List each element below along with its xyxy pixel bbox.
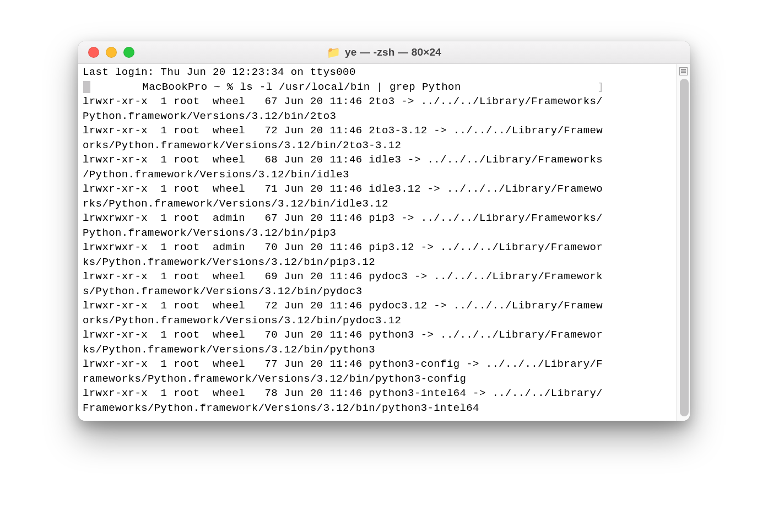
terminal-line: lrwxr-xr-x 1 root wheel 69 Jun 20 11:46 … — [78, 269, 676, 284]
terminal-line: s/Python.framework/Versions/3.12/bin/pyd… — [78, 284, 676, 299]
terminal-line: lrwxr-xr-x 1 root wheel 67 Jun 20 11:46 … — [78, 94, 676, 109]
terminal-line: lrwxr-xr-x 1 root wheel 68 Jun 20 11:46 … — [78, 153, 676, 167]
terminal-line: ks/Python.framework/Versions/3.12/bin/py… — [78, 343, 676, 357]
terminal-line: Frameworks/Python.framework/Versions/3.1… — [78, 401, 676, 416]
terminal-line: orks/Python.framework/Versions/3.12/bin/… — [78, 313, 676, 328]
terminal-line: lrwxr-xr-x 1 root wheel 72 Jun 20 11:46 … — [78, 123, 676, 138]
terminal-line: lrwxr-xr-x 1 root wheel 78 Jun 20 11:46 … — [78, 386, 676, 401]
terminal-line: Last login: Thu Jun 20 12:23:34 on ttys0… — [78, 65, 676, 80]
terminal-line: lrwxr-xr-x 1 root wheel 77 Jun 20 11:46 … — [78, 357, 676, 372]
terminal-line: ks/Python.framework/Versions/3.12/bin/pi… — [78, 255, 676, 270]
titlebar[interactable]: 📁 ye — -zsh — 80×24 — [78, 41, 690, 64]
window-title: ye — -zsh — 80×24 — [345, 46, 441, 58]
terminal-window: 📁 ye — -zsh — 80×24 Last login: Thu Jun … — [78, 41, 690, 421]
window-close-button[interactable] — [88, 47, 99, 58]
terminal-line: MacBookPro ~ % ls -l /usr/local/bin | gr… — [78, 80, 676, 95]
terminal-line: Python.framework/Versions/3.12/bin/pip3 — [78, 226, 676, 241]
terminal-line: lrwxr-xr-x 1 root wheel 70 Jun 20 11:46 … — [78, 328, 676, 343]
traffic-lights — [78, 47, 134, 58]
scroll-indicator-icon[interactable] — [679, 67, 688, 75]
terminal-line: lrwxrwxr-x 1 root admin 67 Jun 20 11:46 … — [78, 211, 676, 226]
window-minimize-button[interactable] — [106, 47, 117, 58]
scroll-gutter — [676, 64, 690, 421]
window-fullscreen-button[interactable] — [123, 47, 134, 58]
cursor — [83, 81, 90, 93]
terminal-content[interactable]: Last login: Thu Jun 20 12:23:34 on ttys0… — [78, 64, 676, 421]
scrollbar-track[interactable] — [677, 75, 690, 421]
terminal-line: /Python.framework/Versions/3.12/bin/idle… — [78, 167, 676, 182]
terminal-area: Last login: Thu Jun 20 12:23:34 on ttys0… — [78, 64, 690, 421]
terminal-line: lrwxrwxr-x 1 root admin 70 Jun 20 11:46 … — [78, 240, 676, 255]
terminal-line: orks/Python.framework/Versions/3.12/bin/… — [78, 138, 676, 153]
terminal-line: rameworks/Python.framework/Versions/3.12… — [78, 372, 676, 387]
folder-icon: 📁 — [327, 47, 340, 58]
terminal-line: rks/Python.framework/Versions/3.12/bin/i… — [78, 197, 676, 211]
terminal-line: lrwxr-xr-x 1 root wheel 71 Jun 20 11:46 … — [78, 182, 676, 197]
scrollbar-thumb[interactable] — [680, 79, 689, 416]
terminal-line: Python.framework/Versions/3.12/bin/2to3 — [78, 109, 676, 124]
terminal-line: lrwxr-xr-x 1 root wheel 72 Jun 20 11:46 … — [78, 298, 676, 313]
bracket-icon: ] — [598, 81, 604, 93]
